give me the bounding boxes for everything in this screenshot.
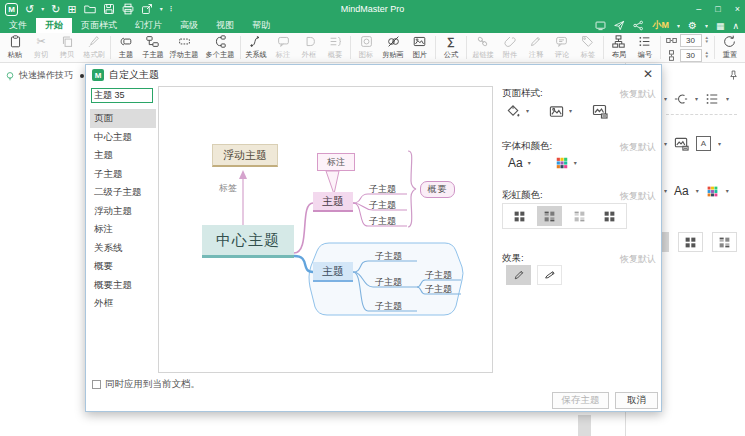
toolbar-cut[interactable]: ✂ 剪切 bbox=[28, 35, 54, 60]
toolbar-picture[interactable]: 图片 bbox=[407, 35, 433, 60]
account-name[interactable]: 小M bbox=[652, 19, 669, 32]
color-palette-icon[interactable] bbox=[555, 156, 569, 170]
rainbow-option-2[interactable] bbox=[537, 206, 562, 226]
maximize-button[interactable]: □ bbox=[715, 4, 720, 14]
background-image-icon[interactable] bbox=[549, 104, 564, 119]
mindmap-subtopic[interactable]: 子主题 bbox=[369, 215, 396, 228]
caret-icon[interactable]: ▾ bbox=[696, 188, 699, 194]
toolbar-topic[interactable]: 主题 bbox=[113, 35, 139, 60]
checkbox-icon[interactable] bbox=[92, 380, 101, 389]
export-caret-icon[interactable]: ▾ bbox=[160, 6, 163, 12]
customize-quickbar-icon[interactable]: ⁝ bbox=[170, 5, 173, 13]
list-item-central-topic[interactable]: 中心主题 bbox=[90, 128, 156, 147]
list-item-subtopic[interactable]: 子主题 bbox=[90, 165, 156, 184]
toolbar-layout[interactable]: 布局 bbox=[606, 35, 632, 60]
toolbar-summary[interactable]: 概要 bbox=[322, 35, 348, 60]
caret-icon[interactable]: ▾ bbox=[569, 108, 572, 114]
settings-caret-icon[interactable]: ▾ bbox=[705, 23, 708, 29]
toolbar-copy[interactable]: 拷贝 bbox=[54, 35, 80, 60]
remove-background-icon[interactable] bbox=[592, 103, 608, 119]
horizontal-spacing-stepper[interactable]: ▲▼ bbox=[705, 36, 709, 45]
toolbar-numbering[interactable]: 编号 bbox=[632, 35, 658, 60]
mindmap-central-topic[interactable]: 中心主题 bbox=[202, 225, 294, 258]
pin-panel-icon[interactable] bbox=[728, 70, 739, 81]
new-document-icon[interactable]: ⊞ bbox=[67, 4, 76, 15]
rainbow-option-3[interactable] bbox=[567, 206, 592, 226]
mindmap-topic-blue[interactable]: 主题 bbox=[313, 262, 353, 282]
list-item-boundary[interactable]: 外框 bbox=[90, 294, 156, 313]
tab-home[interactable]: 开始 bbox=[36, 18, 72, 33]
toolbar-floating-topic[interactable]: 浮动主题 bbox=[166, 35, 202, 60]
font-sample[interactable]: Aa bbox=[508, 156, 523, 170]
mindmap-summary[interactable]: 概要 bbox=[420, 181, 455, 198]
caret-icon[interactable]: ▾ bbox=[526, 108, 529, 114]
rainbow-option-4[interactable] bbox=[597, 206, 622, 226]
toolbar-comment[interactable]: 评论 bbox=[549, 35, 575, 60]
caret-icon[interactable]: ▾ bbox=[664, 96, 667, 102]
list-item-summary[interactable]: 概要 bbox=[90, 257, 156, 276]
apps-grid-icon[interactable]: ▦ bbox=[716, 21, 725, 31]
open-folder-icon[interactable] bbox=[84, 3, 96, 15]
mindmap-subtopic[interactable]: 子主题 bbox=[375, 250, 402, 263]
minimize-button[interactable]: ‒ bbox=[696, 4, 701, 14]
toolbar-reset[interactable]: 重置 bbox=[717, 35, 743, 60]
page-style-reset-link[interactable]: 恢复默认 bbox=[620, 88, 656, 101]
settings-icon[interactable]: ⚙ bbox=[688, 20, 697, 31]
caret-icon[interactable]: ▾ bbox=[726, 96, 729, 102]
list-item-floating-topic[interactable]: 浮动主题 bbox=[90, 202, 156, 221]
list-item-relationship[interactable]: 关系线 bbox=[90, 239, 156, 258]
mindmap-subtopic[interactable]: 子主题 bbox=[369, 183, 396, 196]
toolbar-format-painter[interactable]: 格式刷 bbox=[80, 35, 108, 60]
list-item-summary-topic[interactable]: 概要主题 bbox=[90, 276, 156, 295]
list-item-topic[interactable]: 主题 bbox=[90, 146, 156, 165]
rainbow-option-button[interactable] bbox=[678, 232, 703, 252]
print-icon[interactable] bbox=[122, 3, 134, 15]
effect-reset-link[interactable]: 恢复默认 bbox=[620, 253, 656, 266]
caret-icon[interactable]: ▾ bbox=[528, 160, 531, 166]
list-item-page[interactable]: 页面 bbox=[90, 109, 156, 128]
undo-caret-icon[interactable]: ▾ bbox=[41, 6, 44, 12]
horizontal-spacing-input[interactable]: 30 bbox=[680, 34, 702, 47]
apply-to-document-option[interactable]: 同时应用到当前文档。 bbox=[92, 378, 200, 391]
rainbow-option-button[interactable] bbox=[712, 232, 737, 252]
toolbar-hyperlink[interactable]: 超链接 bbox=[469, 35, 497, 60]
list-item-sub-subtopic[interactable]: 二级子主题 bbox=[90, 183, 156, 202]
toolbar-attachment[interactable]: 附件 bbox=[497, 35, 523, 60]
close-button[interactable]: × bbox=[735, 4, 740, 14]
mindmap-subtopic[interactable]: 子主题 bbox=[375, 276, 402, 289]
toolbar-formula[interactable]: ∑ 公式 bbox=[438, 35, 464, 60]
tab-view[interactable]: 视图 bbox=[207, 18, 243, 33]
toolbar-relationship[interactable]: 关系线 bbox=[243, 35, 271, 60]
share-icon[interactable] bbox=[633, 20, 644, 31]
mindmap-subtopic[interactable]: 子主题 bbox=[425, 283, 452, 296]
toolbar-subtopic[interactable]: 子主题 bbox=[139, 35, 167, 60]
send-icon[interactable] bbox=[614, 20, 625, 31]
vertical-spacing-input[interactable]: 30 bbox=[680, 49, 702, 62]
caret-icon[interactable]: ▾ bbox=[664, 141, 667, 147]
save-icon[interactable] bbox=[103, 3, 115, 15]
toolbar-paste[interactable]: 粘贴 bbox=[2, 35, 28, 60]
collapse-ribbon-icon[interactable]: ∧ bbox=[732, 21, 739, 31]
branch-style-icon[interactable] bbox=[674, 92, 688, 106]
mindmap-floating-topic[interactable]: 浮动主题 bbox=[212, 144, 278, 167]
mindmap-relationship-label[interactable]: 标签 bbox=[218, 182, 238, 195]
toolbar-multiple-topics[interactable]: 多个主题 bbox=[202, 35, 238, 60]
font-sample[interactable]: Aa bbox=[674, 184, 689, 198]
account-caret-icon[interactable]: ▾ bbox=[677, 23, 680, 29]
caret-icon[interactable]: ▾ bbox=[726, 188, 729, 194]
rainbow-option-1[interactable] bbox=[507, 206, 532, 226]
caret-icon[interactable]: ▾ bbox=[664, 188, 667, 194]
effect-option-2[interactable] bbox=[537, 265, 562, 285]
numbered-list-icon[interactable] bbox=[705, 92, 719, 106]
toolbar-callout[interactable]: 标注 bbox=[270, 35, 296, 60]
rainbow-reset-link[interactable]: 恢复默认 bbox=[620, 190, 656, 203]
remove-background-icon[interactable] bbox=[674, 136, 689, 151]
mindmap-topic-pink[interactable]: 主题 bbox=[313, 192, 353, 212]
export-icon[interactable] bbox=[141, 3, 153, 15]
caret-icon[interactable]: ▾ bbox=[695, 96, 698, 102]
tab-page-style[interactable]: 页面样式 bbox=[72, 18, 126, 33]
font-color-reset-link[interactable]: 恢复默认 bbox=[620, 141, 656, 154]
mindmap-callout[interactable]: 标注 bbox=[317, 153, 355, 171]
fill-bucket-icon[interactable] bbox=[506, 104, 521, 119]
toolbar-boundary[interactable]: 外框 bbox=[296, 35, 322, 60]
